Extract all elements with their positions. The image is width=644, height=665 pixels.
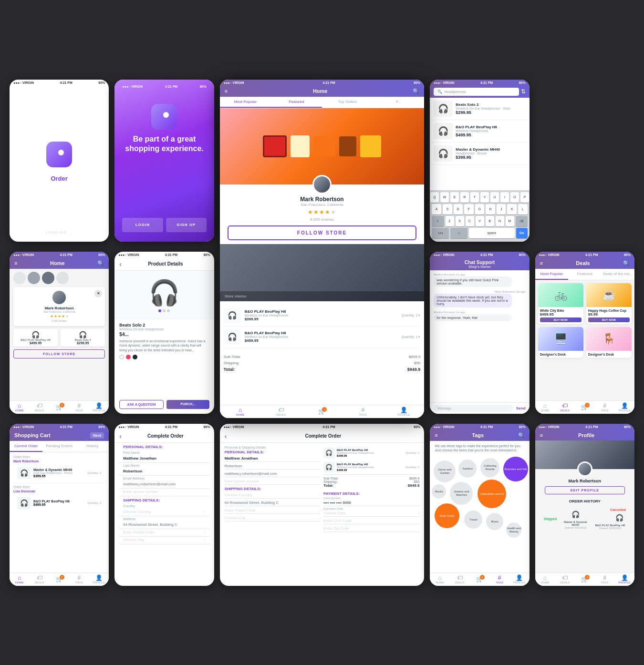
kb-z[interactable]: Z (446, 216, 454, 226)
signup-link[interactable]: SIGN UP (166, 218, 207, 232)
tab-featured-9[interactable]: Featured (271, 97, 322, 108)
color-dark[interactable] (133, 355, 137, 359)
color-white[interactable] (119, 355, 124, 359)
nav-profile-15[interactable]: 👤PROFILE (509, 575, 530, 584)
search-icon-15[interactable]: 🔍 (518, 432, 525, 439)
tag-collecting[interactable]: Collecting Boards (480, 458, 499, 477)
deal-card-1[interactable]: 🚲 White City Bike $499.95 BUY NOW (538, 283, 583, 324)
overlay-product-1[interactable]: 🎧 B&O PLAY BeoPlay H8 Wireless on-Ear He… (224, 305, 421, 327)
tag-home[interactable]: Home and Garden (434, 460, 456, 482)
nav-cart-11[interactable]: 🛒2 (575, 403, 595, 412)
tab-top-sellers-9[interactable]: Top Sellers (322, 97, 373, 108)
kb-f[interactable]: F (464, 204, 474, 215)
overlay-follow-btn[interactable]: FOLLOW STORE (228, 225, 417, 240)
nav-tags-11[interactable]: #TAGS (595, 403, 615, 412)
nav-home-7[interactable]: ⌂HOME (10, 403, 30, 412)
kb-r[interactable]: R (460, 192, 469, 203)
search-result-1[interactable]: 🎧 Beats Solo 2 Wireless On-Ear Headphone… (430, 98, 529, 120)
kb-i[interactable]: I (500, 192, 509, 203)
close-icon-card[interactable]: ✕ (94, 290, 102, 297)
nav-profile-7[interactable]: 👤PROFILE (89, 403, 109, 412)
tab-popular-9[interactable]: Most Popular (220, 97, 271, 108)
purchase-btn[interactable]: PURCH... (166, 400, 209, 409)
nav-profile-12[interactable]: 👤PROFILE (89, 575, 109, 584)
kb-d[interactable]: D (454, 204, 463, 215)
tab-more-9[interactable]: F... (373, 97, 424, 108)
kb-o[interactable]: O (510, 192, 519, 203)
search-result-3[interactable]: 🎧 Master & Dynamic MH40 Headphones · Bro… (430, 143, 529, 165)
nav-profile-16[interactable]: 👤PROFILE (614, 575, 634, 584)
buy-now-1[interactable]: BUY NOW (540, 317, 582, 322)
color-pink[interactable] (126, 355, 131, 359)
nav-tags-15[interactable]: #TAGS (489, 575, 509, 584)
nav-home-16[interactable]: ⌂HOME (535, 575, 555, 584)
nav-home-12[interactable]: ⌂HOME (10, 575, 30, 584)
nav-tags-16[interactable]: #TAGS (595, 575, 615, 584)
tab-pending[interactable]: Pending Orders (42, 441, 75, 452)
first-name-field[interactable]: Matthew Jonathan (119, 455, 209, 463)
email-field[interactable]: matthew.j.robertson@mail.com (119, 481, 209, 489)
kb-go[interactable]: Go (516, 228, 528, 238)
kb-shift[interactable]: ⇧ (432, 216, 444, 226)
country-field[interactable]: Choose Country › (119, 509, 209, 516)
nav-deals-7[interactable]: 🏷DEALS (30, 403, 50, 412)
phone-field[interactable]: Enter phone number (119, 489, 209, 496)
tag-fashion[interactable]: Fashion (458, 460, 477, 478)
filter-icon[interactable]: ⇅ (521, 88, 526, 95)
kb-v[interactable]: V (476, 216, 484, 226)
kb-s[interactable]: S (443, 204, 452, 215)
send-button[interactable]: Send (516, 406, 526, 410)
menu-icon-11[interactable]: ≡ (540, 260, 543, 266)
tag-daily[interactable]: Daily Deals (435, 503, 459, 528)
search-icon-11[interactable]: 🔍 (623, 260, 630, 266)
search-input[interactable]: 🔍 Headphones (434, 88, 519, 96)
menu-icon-15[interactable]: ≡ (435, 432, 437, 438)
search-icon-7[interactable]: 🔍 (97, 260, 104, 266)
tab-history[interactable]: History (76, 441, 109, 452)
kb-m[interactable]: M (506, 216, 514, 226)
tag-business[interactable]: Business and Info (503, 457, 528, 481)
kb-t[interactable]: T (470, 192, 479, 203)
deal-card-2[interactable]: ☕ Happy Hugs Coffee Cup $9.99 BUY NOW (586, 283, 632, 324)
nav-deals-9[interactable]: 🏷DEALS (260, 407, 301, 416)
next-btn[interactable]: Next (90, 432, 104, 439)
kb-j[interactable]: J (497, 204, 506, 215)
kb-b[interactable]: B (486, 216, 494, 226)
search-icon-9[interactable]: 🔍 (413, 88, 419, 94)
tag-health[interactable]: Health and Beauty (506, 522, 521, 538)
tab-popular-deals[interactable]: Most Popular (535, 269, 568, 280)
kb-q[interactable]: Q (430, 192, 439, 203)
address-field[interactable]: 64 Rosewood Street, Building C (119, 522, 209, 529)
menu-icon-9[interactable]: ≡ (225, 88, 228, 94)
tag-books[interactable]: Books (432, 484, 446, 499)
overlay-product-2[interactable]: 🎧 B&O PLAY BeoPlay H8 Wireless on-Ear He… (224, 327, 421, 348)
nav-home-9[interactable]: ⌂HOME (220, 407, 261, 416)
kb-w[interactable]: W (440, 192, 449, 203)
ask-question-btn[interactable]: ASK A QUESTION (119, 400, 163, 409)
nav-home-15[interactable]: ⌂HOME (430, 575, 450, 584)
nav-deals-15[interactable]: 🏷DEALS (450, 575, 470, 584)
nav-cart-12[interactable]: 🛒2 (49, 575, 69, 584)
kb-x[interactable]: X (456, 216, 464, 226)
kb-c[interactable]: C (466, 216, 474, 226)
nav-cart-7[interactable]: 🛒2 (49, 403, 69, 412)
kb-num[interactable]: 123 (432, 228, 449, 238)
city-field[interactable]: Choose City › (119, 537, 209, 544)
menu-icon-7[interactable]: ≡ (14, 260, 17, 266)
deal-card-3[interactable]: 🖥️ Designer's Desk (538, 327, 583, 358)
tab-current[interactable]: Current Order (10, 441, 42, 452)
nav-home-11[interactable]: ⌂HOME (535, 403, 555, 412)
last-name-field[interactable]: Robertson (119, 468, 209, 476)
kb-delete[interactable]: ⌫ (516, 216, 528, 226)
kb-l[interactable]: L (518, 204, 528, 215)
nav-tags-12[interactable]: #TAGS (69, 575, 89, 584)
buy-now-2[interactable]: BUY NOW (588, 317, 630, 322)
zip-field[interactable]: Enter Postal Code › (119, 529, 209, 537)
tag-jewelry[interactable]: Jewelry and Watches (450, 482, 473, 505)
kb-y[interactable]: Y (480, 192, 489, 203)
kb-a[interactable]: A (432, 204, 441, 215)
product-thumb-1[interactable]: 🎧 B&O PLAY BeoPlay H8 $499.95 (13, 329, 58, 347)
kb-e[interactable]: E (450, 192, 459, 203)
tag-travel[interactable]: Travel (464, 511, 482, 529)
nav-profile-11[interactable]: 👤PROFILE (614, 403, 634, 412)
